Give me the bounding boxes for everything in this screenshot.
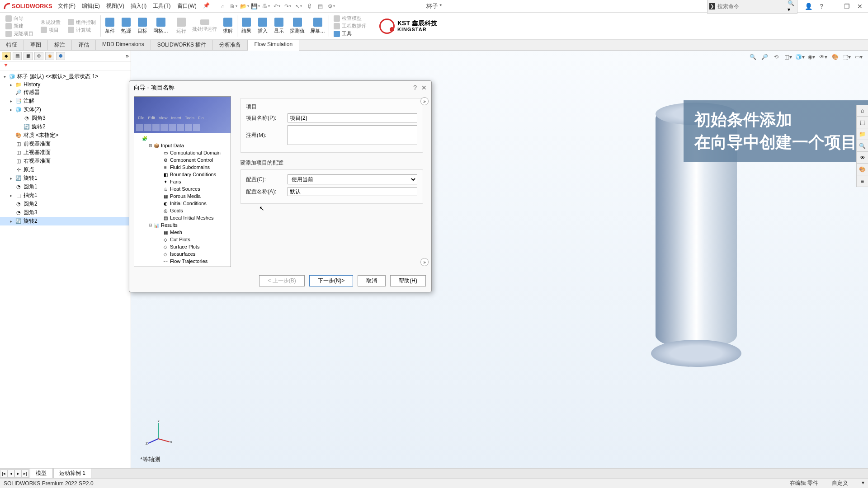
hide-show-icon[interactable]: 👁▾: [818, 52, 828, 61]
help-button[interactable]: 帮助(H): [390, 275, 426, 286]
new-icon[interactable]: 🗎▾: [230, 2, 238, 10]
wizard-tree-node[interactable]: ▤Local Initial Meshes: [135, 214, 230, 221]
comment-input[interactable]: [288, 125, 417, 145]
tree-node[interactable]: ◫右视基准面: [0, 157, 131, 165]
tab-model[interactable]: 模型: [30, 468, 52, 479]
wizard-tree-node[interactable]: ◇Isosurfaces: [135, 250, 230, 258]
tab-motion-study[interactable]: 运动算例 1: [53, 468, 91, 479]
dialog-titlebar[interactable]: 向导 - 项目名称 ? ✕: [129, 81, 431, 94]
wizard-tree-node[interactable]: ◇Surface Plots: [135, 243, 230, 250]
goals-button[interactable]: 目标: [134, 14, 151, 38]
orientation-triad[interactable]: Y X Z: [145, 418, 172, 446]
project-name-input[interactable]: [288, 113, 417, 122]
zoom-fit-icon[interactable]: 🔍: [748, 52, 758, 61]
prev-view-icon[interactable]: ⟲: [771, 52, 781, 61]
tools-button[interactable]: 工具: [334, 30, 367, 38]
wizard-tree-node[interactable]: ◧Boundary Conditions: [135, 171, 230, 178]
tree-node[interactable]: 🔎传感器: [0, 88, 131, 97]
dialog-close-icon[interactable]: ✕: [421, 84, 427, 91]
wizard-tree-node[interactable]: ◐Initial Conditions: [135, 200, 230, 207]
zoom-area-icon[interactable]: 🔎: [760, 52, 769, 61]
tab-flow-simulation[interactable]: Flow Simulation: [248, 40, 299, 51]
wizard-tree-node[interactable]: ◎Goals: [135, 207, 230, 214]
appearance-icon[interactable]: 🎨: [830, 52, 840, 61]
tree-filter-icon[interactable]: ◆: [2, 52, 11, 60]
tab-analysis-prep[interactable]: 分析准备: [213, 40, 248, 50]
tree-node[interactable]: ▸⬚抽壳1: [0, 191, 131, 200]
taskpane-explorer-icon[interactable]: 🔍: [857, 140, 868, 152]
tab-prev-icon[interactable]: ◂: [7, 469, 14, 478]
select-icon[interactable]: ↖▾: [295, 2, 303, 10]
wizard-tree-node[interactable]: ⚙Component Control: [135, 156, 230, 164]
tab-next-icon[interactable]: ▸: [14, 469, 22, 478]
tree-display-icon[interactable]: ▤: [13, 52, 22, 60]
wizard-tree-node[interactable]: ◇Cut Plots: [135, 236, 230, 243]
menu-edit[interactable]: 编辑(E): [82, 2, 100, 10]
tree-node[interactable]: ▸📁History: [0, 81, 131, 88]
taskpane-view-icon[interactable]: 👁: [857, 152, 868, 164]
form-expand-bottom-icon[interactable]: »: [420, 258, 429, 266]
tree-node[interactable]: ◔圆角2: [0, 200, 131, 208]
conditions-button[interactable]: 条件: [102, 14, 118, 38]
wizard-tree-node[interactable]: ⊟📦Input Data: [135, 142, 230, 149]
config-name-input[interactable]: [288, 187, 417, 196]
tree-node[interactable]: ▸🔄旋转1: [0, 174, 131, 183]
scene-icon[interactable]: ⬚▾: [842, 52, 852, 61]
restore-icon[interactable]: ❐: [842, 2, 852, 11]
tree-config-icon[interactable]: ▦: [24, 52, 33, 60]
display-style-icon[interactable]: ◉▾: [807, 52, 816, 61]
undo-icon[interactable]: ↶▾: [273, 2, 281, 10]
heat-source-button[interactable]: 热源: [118, 14, 134, 38]
tab-mbd[interactable]: MBD Dimensions: [96, 40, 151, 50]
wizard-tree-node[interactable]: ▦Mesh: [135, 229, 230, 236]
save-icon[interactable]: 💾▾: [251, 2, 259, 10]
close-icon[interactable]: ✕: [855, 2, 864, 11]
display-button[interactable]: 显示: [271, 14, 287, 38]
taskpane-appearance-icon[interactable]: 🎨: [857, 164, 868, 175]
form-expand-top-icon[interactable]: »: [420, 97, 429, 105]
tree-node[interactable]: ◔圆角3: [0, 208, 131, 217]
viewport-split-icon[interactable]: ▭▾: [854, 52, 863, 61]
taskpane-properties-icon[interactable]: ≡: [857, 175, 868, 187]
insert-button[interactable]: 插入: [255, 14, 271, 38]
open-icon[interactable]: 📂▾: [241, 2, 249, 10]
tab-last-icon[interactable]: ▸|: [22, 469, 29, 478]
wizard-tree-node[interactable]: 🧩: [135, 135, 230, 142]
minimize-icon[interactable]: —: [829, 2, 839, 11]
wizard-tree-node[interactable]: 〰Flow Trajectories: [135, 258, 230, 265]
tree-node[interactable]: ◔圆角3: [0, 114, 131, 122]
dialog-help-icon[interactable]: ?: [413, 84, 417, 91]
tab-evaluate[interactable]: 评估: [72, 40, 96, 50]
tree-node[interactable]: ▸🔄旋转2: [0, 217, 131, 225]
tree-filter-row[interactable]: 🔻: [0, 61, 131, 70]
taskpane-home-icon[interactable]: ⌂: [857, 105, 868, 117]
print-icon[interactable]: 🖶▾: [262, 2, 270, 10]
settings-icon[interactable]: ⚙▾: [327, 2, 335, 10]
mesh-button[interactable]: 网格…: [151, 14, 171, 38]
tree-expand-icon[interactable]: »: [126, 53, 129, 59]
tree-root[interactable]: ▾🧊杯子 (默认) <<默认>_显示状态 1>: [0, 72, 131, 81]
screen-button[interactable]: 屏幕…: [307, 14, 328, 38]
home-icon[interactable]: ⌂: [219, 2, 227, 10]
taskpane-library-icon[interactable]: 📁: [857, 128, 868, 140]
tree-node[interactable]: 🎨材质 <未指定>: [0, 131, 131, 140]
tree-node[interactable]: ⊹原点: [0, 165, 131, 174]
options-icon[interactable]: ▤: [316, 2, 325, 10]
tree-appearance-icon[interactable]: ◉: [45, 52, 54, 60]
command-search[interactable]: ❯ 🔍▾: [707, 0, 797, 14]
taskpane-resources-icon[interactable]: ⬚: [857, 117, 868, 128]
menu-insert[interactable]: 插入(I): [131, 2, 146, 10]
rebuild-icon[interactable]: 🛢: [306, 2, 314, 10]
search-input[interactable]: [717, 2, 788, 10]
wizard-tree-node[interactable]: ≡Fluid Subdomains: [135, 164, 230, 171]
status-custom[interactable]: 自定义: [832, 479, 848, 487]
view-orient-icon[interactable]: 🧊▾: [795, 52, 805, 61]
probe-button[interactable]: 探测值: [287, 14, 307, 38]
help-icon[interactable]: ?: [818, 2, 825, 11]
tab-features[interactable]: 特征: [0, 40, 24, 50]
tree-node[interactable]: ▸📑注解: [0, 97, 131, 105]
menu-window[interactable]: 窗口(W): [177, 2, 197, 10]
tab-annotate[interactable]: 标注: [48, 40, 72, 50]
tree-node[interactable]: ◫前视基准面: [0, 140, 131, 148]
tree-node[interactable]: ◫上视基准面: [0, 148, 131, 157]
